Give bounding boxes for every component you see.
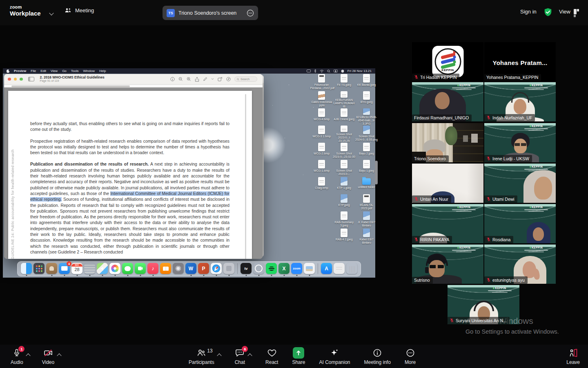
desktop-icon[interactable]: KEBUTUHAN LAMPU RUMAH IB bbox=[333, 91, 355, 108]
maximize-window-button[interactable] bbox=[20, 78, 23, 81]
desktop-icon[interactable]: Screen Shot 2024-0...6.55.png bbox=[355, 126, 378, 143]
share-icon[interactable] bbox=[195, 77, 199, 82]
dock-messages-icon[interactable] bbox=[122, 263, 133, 274]
desktop-icon[interactable]: Craig.bmp bbox=[310, 177, 333, 194]
sign-in-button[interactable]: Sign in bbox=[520, 9, 537, 15]
desktop-icon[interactable]: IKLAN-TA-2023.pdf bbox=[355, 194, 378, 211]
more-button[interactable]: More bbox=[405, 348, 416, 365]
minimize-window-button[interactable] bbox=[14, 78, 17, 81]
dock-photo-booth-icon[interactable] bbox=[304, 263, 315, 274]
participants-button[interactable]: 13 Participants bbox=[189, 348, 214, 365]
participant-tile-rosdiana[interactable]: KEPPIN Rosdiana bbox=[484, 204, 556, 243]
keyboard-icon[interactable] bbox=[307, 70, 311, 72]
desktop-icon[interactable]: WCG-4.bmp bbox=[310, 108, 333, 126]
desktop-icon[interactable]: Bayu 2.jpeg bbox=[355, 143, 378, 160]
participant-tile-sutrisno[interactable]: KEPPIN Sutrisno bbox=[412, 245, 483, 284]
document-vertical-scrollbar[interactable] bbox=[245, 94, 246, 259]
view-button[interactable]: View bbox=[559, 9, 579, 15]
horizontal-scrollbar[interactable] bbox=[4, 85, 263, 88]
dock-whatsapp-icon[interactable] bbox=[253, 263, 264, 274]
user-switch-icon[interactable] bbox=[334, 70, 338, 73]
dock-powerpoint-icon[interactable]: P bbox=[198, 263, 209, 274]
markup-chevron-down-icon[interactable] bbox=[211, 78, 214, 80]
participant-tile-tri-hadiah[interactable]: KEPPIN Tri Hadiah KEPPIN bbox=[412, 42, 483, 81]
desktop-icon[interactable]: Kabel E8/7 Bintaro bbox=[355, 229, 378, 246]
dock-launchpad-icon[interactable] bbox=[33, 263, 45, 274]
desktop-icon[interactable]: Gates Indonesia .pptx bbox=[310, 91, 333, 108]
desktop-icon[interactable]: Peluncuran Perdana...2022.pdf bbox=[310, 74, 333, 91]
share-button[interactable]: Share bbox=[292, 348, 305, 365]
dock-music-icon[interactable]: ♪ bbox=[147, 263, 158, 274]
apple-menu-icon[interactable] bbox=[7, 70, 9, 73]
react-button[interactable]: React bbox=[265, 348, 278, 365]
video-button[interactable]: Video bbox=[42, 348, 54, 365]
participant-tile-utami[interactable]: KEPPIN Utami Dewi bbox=[484, 164, 556, 203]
dock-photos-icon[interactable] bbox=[109, 263, 120, 274]
dock-excel-icon[interactable]: X bbox=[278, 263, 290, 274]
menu-item-window[interactable]: Window bbox=[83, 69, 95, 73]
shared-screen-tab[interactable]: TS Triono Soendoro's screen bbox=[163, 6, 258, 20]
search-field[interactable]: Search bbox=[234, 76, 257, 82]
dock-app-store-icon[interactable]: A bbox=[321, 263, 332, 274]
desktop-icon[interactable]: 821d6c1c-95d8-4540-bab...9-3.JPG bbox=[355, 108, 378, 126]
desktop-icon[interactable]: Screen Shot 2023-0...23.02.00 bbox=[333, 143, 355, 160]
desktop-icon[interactable]: WCG-2.bmp bbox=[310, 143, 333, 160]
security-shield-icon[interactable] bbox=[543, 7, 552, 19]
dock-spotify-icon[interactable] bbox=[266, 263, 277, 274]
dock-settings-icon[interactable] bbox=[173, 263, 184, 274]
dock-safari-icon[interactable] bbox=[211, 263, 222, 274]
menu-item-help[interactable]: Help bbox=[99, 69, 106, 73]
participant-tile-irene[interactable]: KEPPIN Irene Ludji - UKSW bbox=[484, 123, 556, 162]
desktop-icon[interactable]: Screen Shot 2023-0...t 23.15.25 bbox=[333, 126, 355, 143]
zoom-out-icon[interactable] bbox=[178, 77, 183, 81]
preview-window[interactable]: 2. 2016 WHO-CIOMS Ethical Guidelines Pag… bbox=[4, 74, 263, 259]
dock-zoom-app-icon[interactable]: zoom bbox=[291, 263, 302, 274]
ai-companion-button[interactable]: AI Companion bbox=[319, 348, 350, 365]
dock-preview-gray-icon[interactable] bbox=[223, 263, 234, 274]
dock-trash-icon[interactable] bbox=[346, 263, 357, 274]
desktop-icon[interactable]: KK Blonki.jpeg bbox=[355, 74, 378, 91]
desktop-icon[interactable]: KTP.jpeg bbox=[333, 194, 355, 211]
dock-word-icon[interactable]: W bbox=[185, 263, 196, 274]
siri-globe-icon[interactable] bbox=[341, 70, 344, 73]
wifi-icon[interactable] bbox=[320, 70, 324, 73]
desktop-icon[interactable]: Screen Shot 2023-0... bbox=[333, 160, 355, 177]
dock-printer-icon[interactable] bbox=[334, 263, 345, 274]
menu-item-view[interactable]: View bbox=[51, 69, 58, 73]
meeting-info-button[interactable]: Meeting info bbox=[364, 348, 391, 365]
menu-item-edit[interactable]: Edit bbox=[40, 69, 46, 73]
participant-tile-indah[interactable]: KEPPIN Indah Nurfazriah_UF bbox=[484, 82, 556, 121]
markup-pencil-icon[interactable] bbox=[203, 77, 207, 81]
rotate-icon[interactable] bbox=[218, 77, 223, 81]
dock-facetime-icon[interactable] bbox=[135, 263, 146, 274]
zoom-in-icon[interactable] bbox=[187, 77, 191, 81]
dock-notes-icon[interactable] bbox=[84, 263, 95, 274]
desktop-icon[interactable]: RAB-4 2.jpeg bbox=[333, 229, 355, 246]
dock-books-icon[interactable] bbox=[160, 263, 171, 274]
audio-button[interactable]: 1 Audio bbox=[11, 348, 23, 365]
dock-apple-tv-icon[interactable]: tv bbox=[241, 263, 252, 274]
desktop-icon[interactable]: Fir-TS.jpeg bbox=[333, 74, 355, 91]
shared-screen-content[interactable]: PreviewFileEditViewGoToolsWindowHelp Fri… bbox=[3, 68, 375, 278]
close-window-button[interactable] bbox=[8, 78, 11, 81]
desktop-icon[interactable]: BYD.jpeg bbox=[355, 91, 378, 108]
desktop-icon[interactable]: WCG-3 1.bmp bbox=[310, 126, 333, 143]
dock-mail-icon[interactable]: 4 bbox=[59, 263, 70, 274]
desktop-icon[interactable]: RAB-Summary 3.jpeg bbox=[333, 211, 355, 229]
dock-calendar-icon[interactable]: NOV28 bbox=[71, 263, 82, 274]
leave-button[interactable]: Leave bbox=[566, 348, 580, 365]
desktop-icon[interactable]: untitled folder bbox=[355, 177, 378, 194]
workspace-chevron-down-icon[interactable] bbox=[49, 11, 53, 15]
desktop-icon[interactable]: WCG-1.bmp bbox=[310, 160, 333, 177]
spotlight-search-icon[interactable] bbox=[327, 70, 330, 73]
participant-tile-firdausi[interactable]: KEPPIN Firdausi Ramadhani_UNIGO bbox=[412, 82, 483, 121]
dock-finder-icon[interactable] bbox=[21, 263, 32, 274]
menu-item-go[interactable]: Go bbox=[62, 69, 67, 73]
menu-item-file[interactable]: File bbox=[31, 69, 36, 73]
menu-bar-clock[interactable]: Fri 28 Nov 13.21 bbox=[347, 69, 372, 73]
participant-tile-ririn[interactable]: KEPPIN RIRIN PAKAYA bbox=[412, 204, 483, 243]
bluetooth-icon[interactable] bbox=[314, 69, 316, 73]
annotate-icon[interactable] bbox=[226, 77, 231, 81]
desktop-icon[interactable]: KTP 1.jpeg bbox=[333, 177, 355, 194]
dock-contacts-icon[interactable] bbox=[46, 263, 57, 274]
